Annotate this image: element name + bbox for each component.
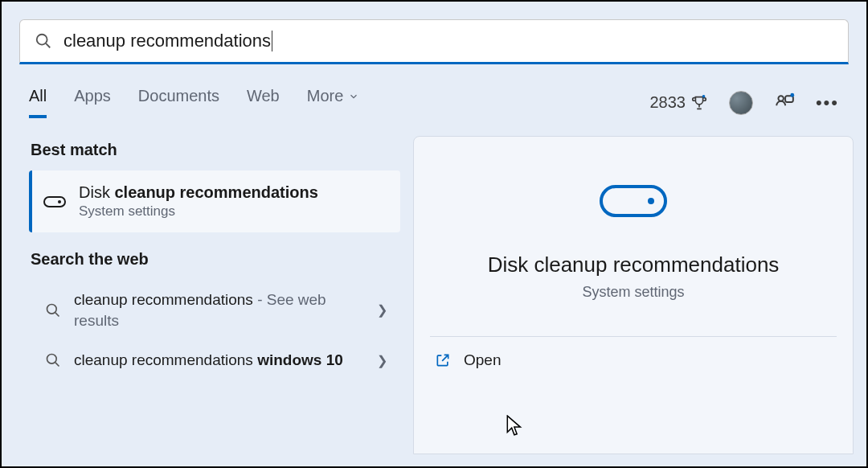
tab-more[interactable]: More xyxy=(307,87,360,118)
header-widgets: 2833 ••• xyxy=(649,91,839,115)
open-button[interactable]: Open xyxy=(430,337,837,384)
web-result[interactable]: cleanup recommendations - See web result… xyxy=(29,280,400,340)
detail-subtitle: System settings xyxy=(430,284,837,301)
search-icon xyxy=(45,302,61,318)
open-external-icon xyxy=(435,352,451,368)
tab-apps[interactable]: Apps xyxy=(74,87,111,118)
best-match-title: Disk cleanup recommendations xyxy=(79,183,318,202)
search-icon xyxy=(35,32,52,50)
svg-point-5 xyxy=(790,92,794,96)
svg-line-1 xyxy=(46,43,50,47)
reward-count: 2833 xyxy=(649,93,686,112)
tab-all[interactable]: All xyxy=(29,87,47,118)
more-options-icon[interactable]: ••• xyxy=(816,92,839,113)
best-match-header: Best match xyxy=(31,141,399,159)
chevron-right-icon: ❯ xyxy=(377,302,387,318)
web-result-text: cleanup recommendations - See web result… xyxy=(74,289,364,330)
svg-line-7 xyxy=(55,313,59,317)
search-bar[interactable]: cleanup recommendations xyxy=(19,19,849,64)
avatar[interactable] xyxy=(729,91,753,115)
chevron-right-icon: ❯ xyxy=(377,353,387,368)
reward-points[interactable]: 2833 xyxy=(649,93,708,112)
web-result[interactable]: cleanup recommendations windows 10 ❯ xyxy=(29,340,400,380)
chevron-down-icon xyxy=(348,91,359,102)
best-match-subtitle: System settings xyxy=(79,203,318,220)
best-match-item[interactable]: Disk cleanup recommendations System sett… xyxy=(29,170,400,232)
web-result-text: cleanup recommendations windows 10 xyxy=(74,350,364,371)
svg-point-2 xyxy=(702,94,706,97)
filter-tabs: All Apps Documents Web More 2833 ••• xyxy=(2,64,866,118)
svg-point-8 xyxy=(47,355,57,364)
search-input[interactable]: cleanup recommendations xyxy=(63,31,272,51)
disk-icon xyxy=(43,196,66,207)
tab-web[interactable]: Web xyxy=(247,87,280,118)
search-icon xyxy=(45,352,61,368)
results-column: Best match Disk cleanup recommendations … xyxy=(29,136,400,454)
svg-line-9 xyxy=(55,363,59,367)
tab-documents[interactable]: Documents xyxy=(138,87,219,118)
chat-icon[interactable] xyxy=(774,92,795,113)
detail-panel: Disk cleanup recommendations System sett… xyxy=(413,136,854,454)
detail-title: Disk cleanup recommendations xyxy=(430,252,837,277)
trophy-icon xyxy=(690,94,708,112)
open-label: Open xyxy=(464,351,501,369)
disk-icon xyxy=(600,185,667,217)
tab-more-label: More xyxy=(307,87,344,105)
svg-point-0 xyxy=(37,35,47,45)
search-web-header: Search the web xyxy=(31,250,399,269)
svg-point-6 xyxy=(47,304,57,314)
